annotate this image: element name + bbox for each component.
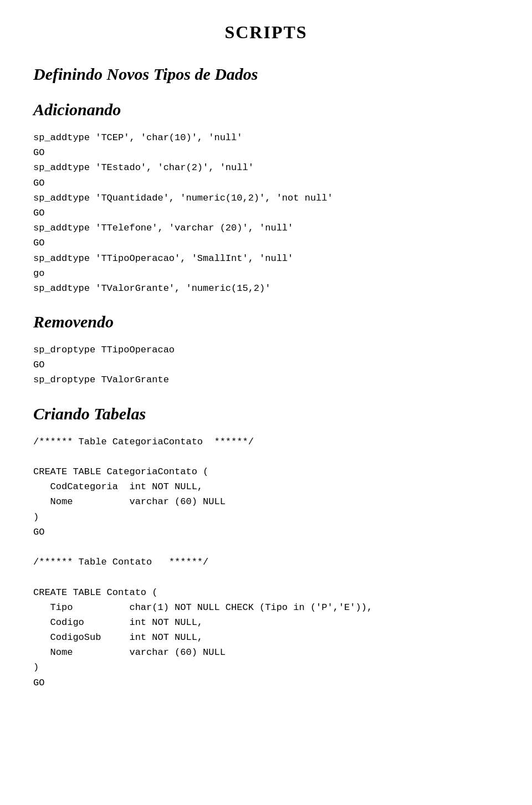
adicionando-heading: Adicionando bbox=[33, 100, 499, 119]
adicionando-code: sp_addtype 'TCEP', 'char(10)', 'null' GO… bbox=[33, 130, 499, 296]
removendo-code: sp_droptype TTipoOperacao GO sp_droptype… bbox=[33, 342, 499, 388]
criando-tabelas-section: Criando Tabelas /****** Table CategoriaC… bbox=[33, 404, 499, 690]
adicionando-section: Adicionando sp_addtype 'TCEP', 'char(10)… bbox=[33, 100, 499, 296]
main-heading: Definindo Novos Tipos de Dados bbox=[33, 65, 499, 84]
criando-tabelas-heading: Criando Tabelas bbox=[33, 404, 499, 423]
criando-tabelas-code: /****** Table CategoriaContato ******/ C… bbox=[33, 434, 499, 690]
page-title: Scripts bbox=[33, 22, 499, 43]
removendo-section: Removendo sp_droptype TTipoOperacao GO s… bbox=[33, 312, 499, 388]
removendo-heading: Removendo bbox=[33, 312, 499, 331]
